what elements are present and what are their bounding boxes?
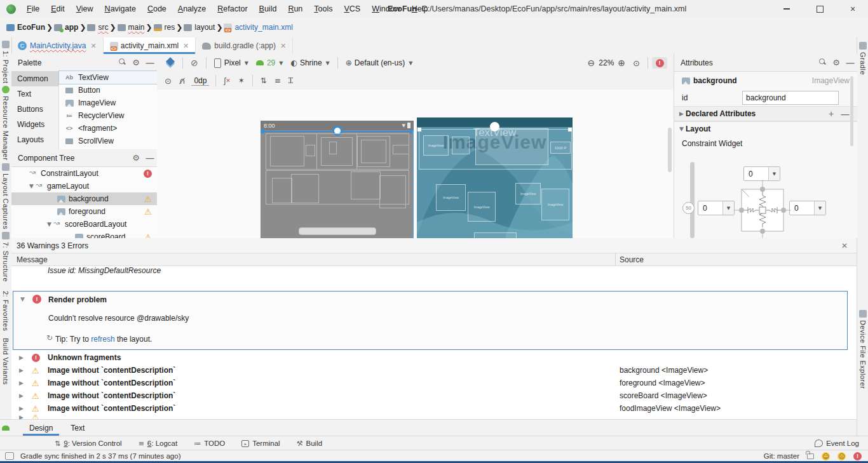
locale-picker[interactable]: ⊕Default (en-us)▼ xyxy=(342,58,417,67)
tree-row-background[interactable]: background ⚠ xyxy=(11,192,157,205)
margin-top-select[interactable]: 0▼ xyxy=(743,166,780,181)
design-canvas[interactable]: 8:00 ▼ xyxy=(157,90,674,238)
orientation-icon[interactable]: ⊘ xyxy=(187,58,202,68)
selection-handle[interactable] xyxy=(568,128,572,131)
palette-item-scrollview[interactable]: ScrollView xyxy=(59,135,157,147)
tree-row-scoreboardlayout[interactable]: ▼scoreBoardLayout xyxy=(11,218,157,231)
tree-row-constraintlayout[interactable]: ConstraintLayout ! xyxy=(11,167,157,180)
design-preview-phone[interactable]: 8:00 ▼ xyxy=(261,121,414,238)
palette-item-textview[interactable]: AbTextView xyxy=(59,71,157,84)
panel-scrollbar[interactable] xyxy=(850,76,853,146)
gear-icon[interactable]: ⚙ xyxy=(129,58,143,67)
api-picker[interactable]: 29▼ xyxy=(252,58,287,67)
chevron-collapsed-icon[interactable]: ▶ xyxy=(19,354,24,361)
palette-item-recyclerview[interactable]: ≔RecyclerView xyxy=(59,109,157,122)
column-divider[interactable] xyxy=(615,253,616,265)
gear-icon[interactable]: ⚙ xyxy=(829,58,843,67)
menu-analyze[interactable]: Analyze xyxy=(172,4,212,13)
tree-row-gamelayout[interactable]: ▼gameLayout xyxy=(11,180,157,192)
chevron-expanded-icon[interactable]: ▼ xyxy=(29,183,36,189)
close-icon[interactable]: ✕ xyxy=(280,42,286,50)
view-mode-select[interactable] xyxy=(162,58,179,67)
pack-icon[interactable]: ⇅ xyxy=(257,76,271,85)
close-icon[interactable]: ✕ xyxy=(90,42,96,50)
stripe-project[interactable]: 1: Project xyxy=(2,51,10,83)
git-branch[interactable]: Git: master xyxy=(764,452,799,460)
stripe-layout-captures[interactable]: Layout Captures xyxy=(2,173,10,229)
chevron-collapsed-icon[interactable]: ▶ xyxy=(19,367,24,373)
unlocked-icon[interactable] xyxy=(807,453,814,459)
toolwin-build[interactable]: ⚒Build xyxy=(297,440,322,448)
menu-code[interactable]: Code xyxy=(142,4,172,13)
vertical-bias-value[interactable]: 50 xyxy=(682,202,695,214)
menu-refactor[interactable]: Refactor xyxy=(212,4,253,13)
vertical-bias-slider[interactable] xyxy=(690,162,695,238)
problem-row[interactable]: ▶ ⚠ Image without `contentDescription` b… xyxy=(11,364,857,377)
stripe-resource-manager[interactable]: Resource Manager xyxy=(2,96,10,161)
breadcrumb-res[interactable]: res xyxy=(154,23,175,32)
minimize-button[interactable] xyxy=(773,0,801,18)
toolwin-logcat[interactable]: ≡6: Logcat xyxy=(139,440,178,448)
menu-file[interactable]: File xyxy=(21,4,45,13)
menu-run[interactable]: Run xyxy=(282,4,308,13)
guideline-icon[interactable]: Ɪ xyxy=(285,76,297,85)
chevron-collapsed-icon[interactable]: ▶ xyxy=(19,380,24,386)
stripe-build-variants[interactable]: Build Variants xyxy=(2,338,10,385)
zoom-out-icon[interactable]: ⊖ xyxy=(584,58,599,68)
breadcrumb-ecofun[interactable]: EcoFun xyxy=(6,23,45,32)
breadcrumb-activity-main[interactable]: activity_main.xml xyxy=(224,23,292,32)
stripe-gradle[interactable]: Gradle xyxy=(859,52,867,75)
constraint-widget[interactable] xyxy=(731,180,826,238)
maximize-button[interactable] xyxy=(806,0,834,18)
palette-category-common[interactable]: Common xyxy=(11,71,58,86)
view-options-icon[interactable]: ⊙ xyxy=(161,76,175,86)
palette-item-imageview[interactable]: ImageView xyxy=(59,97,157,109)
chevron-expanded-icon[interactable]: ▼ xyxy=(20,296,25,302)
infer-constraints-icon[interactable]: ✶ xyxy=(234,76,248,85)
stripe-favorites[interactable]: 2: Favorites xyxy=(2,291,10,331)
palette-category-widgets[interactable]: Widgets xyxy=(11,117,58,132)
problem-row-clipped[interactable]: ▶ ⚠ xyxy=(11,415,857,419)
palette-item-button[interactable]: Button xyxy=(59,84,157,97)
breadcrumb-layout[interactable]: layout xyxy=(184,23,215,32)
tree-row-foreground[interactable]: foreground ⚠ xyxy=(11,205,157,218)
chevron-expanded-icon[interactable]: ▼ xyxy=(679,126,686,132)
layout-section[interactable]: ▼ Layout xyxy=(674,121,857,136)
breadcrumb-app[interactable]: app xyxy=(54,23,78,32)
search-icon[interactable] xyxy=(115,58,129,67)
breadcrumb-src[interactable]: src xyxy=(87,23,108,32)
menu-navigate[interactable]: Navigate xyxy=(99,4,142,13)
chevron-collapsed-icon[interactable]: ▶ xyxy=(679,111,686,117)
menu-tools[interactable]: Tools xyxy=(308,4,338,13)
status-message[interactable]: Gradle sync finished in 2 s 37 ms (7 min… xyxy=(20,452,180,460)
autoconnect-off-icon[interactable]: ∩̸ xyxy=(175,76,189,86)
palette-category-text[interactable]: Text xyxy=(11,86,58,102)
search-icon[interactable] xyxy=(815,58,829,67)
canvas-scrollbar[interactable] xyxy=(668,128,672,172)
menu-vcs[interactable]: VCS xyxy=(339,4,367,13)
render-errors-badge[interactable]: ! xyxy=(652,57,667,69)
toolwindow-switcher-icon[interactable] xyxy=(5,452,14,460)
problem-row[interactable]: ▶ ! Unknown fragments xyxy=(11,351,857,364)
align-icon[interactable]: ≡ xyxy=(271,76,285,85)
zoom-fit-icon[interactable]: ⊙ xyxy=(629,58,644,68)
zoom-in-icon[interactable]: ⊕ xyxy=(614,58,629,68)
toolwin-todo[interactable]: ≔TODO xyxy=(194,440,225,448)
blueprint-preview-phone[interactable]: ImageView TextView ImageView 1000 P Imag… xyxy=(417,117,573,238)
palette-category-buttons[interactable]: Buttons xyxy=(11,102,58,117)
chevron-collapsed-icon[interactable]: ▶ xyxy=(19,405,24,412)
minimize-icon[interactable]: — xyxy=(843,58,857,67)
toolwin-version-control[interactable]: ⇅9: Version Control xyxy=(55,440,122,448)
theme-picker[interactable]: ◐Shrine▼ xyxy=(287,58,333,67)
declared-attributes-section[interactable]: ▶ Declared Attributes + — xyxy=(674,106,857,121)
close-button[interactable]: × xyxy=(839,0,867,18)
menu-edit[interactable]: Edit xyxy=(45,4,71,13)
error-count-badge[interactable]: ! xyxy=(853,452,862,460)
tab-activity-main[interactable]: activity_main.xml✕ xyxy=(104,37,196,54)
chevron-collapsed-icon[interactable]: ▶ xyxy=(19,393,24,399)
problem-row[interactable]: ▶ ⚠ Image without `contentDescription` f… xyxy=(11,377,857,389)
render-problem-block[interactable]: ▼ ! Render problem Couldn't resolve reso… xyxy=(13,291,848,350)
menu-build[interactable]: Build xyxy=(254,4,283,13)
close-icon[interactable]: ✕ xyxy=(841,241,848,250)
default-margin-button[interactable]: 0dp xyxy=(191,76,209,86)
